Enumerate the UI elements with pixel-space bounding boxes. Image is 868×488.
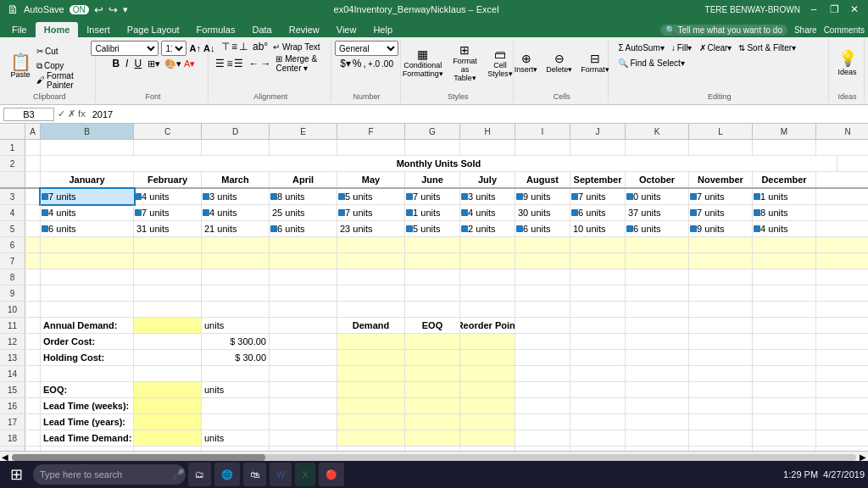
cell-i4[interactable]: 30 units (515, 205, 570, 220)
tab-help[interactable]: Help (364, 22, 401, 37)
close-btn[interactable]: ✕ (848, 3, 861, 16)
cell-a15[interactable] (25, 382, 41, 397)
cell-b6[interactable] (41, 237, 134, 252)
cell-h3[interactable]: 13 units (460, 189, 515, 204)
cell-i17[interactable] (515, 414, 570, 430)
find-select-btn[interactable]: 🔍 Find & Select▾ (615, 56, 687, 69)
cell-g4[interactable]: 11 units (405, 205, 460, 220)
align-right-btn[interactable]: ☰ (234, 58, 243, 69)
cell-c19-val[interactable]: 15 units (134, 446, 202, 451)
decimal-increase-btn[interactable]: +.0 (368, 59, 380, 69)
cell-m11[interactable] (753, 318, 816, 333)
cell-h17[interactable] (460, 414, 515, 430)
cell-d13-holding-amount[interactable]: $ 30.00 (202, 350, 270, 365)
cell-a2[interactable] (25, 156, 41, 171)
cell-b5[interactable]: 36 units (41, 221, 134, 236)
cell-e12[interactable] (270, 334, 337, 349)
cell-n11[interactable] (816, 318, 868, 333)
col-may[interactable]: May (337, 172, 405, 187)
cell-g7[interactable] (405, 253, 460, 269)
percent-btn[interactable]: % (353, 58, 362, 69)
col-june[interactable]: June (405, 172, 460, 187)
col-july[interactable]: July (460, 172, 515, 187)
cell-c17-val[interactable] (134, 414, 202, 430)
cell-a17[interactable] (25, 414, 41, 430)
cell-k6[interactable] (626, 237, 689, 252)
cell-h9[interactable] (460, 286, 515, 301)
col-september[interactable]: September (570, 172, 626, 187)
cell-b15-eoq[interactable]: EOQ: (41, 382, 134, 397)
cell-k1[interactable] (626, 140, 689, 155)
cell-e3[interactable]: 18 units (270, 189, 337, 204)
col-header-a[interactable]: A (25, 124, 41, 139)
align-bottom-btn[interactable]: ⊥ (239, 41, 248, 53)
search-tell-me[interactable]: 🔍 Tell me what you want to do (660, 25, 787, 36)
cell-e9[interactable] (270, 286, 337, 301)
cell-n14[interactable] (816, 366, 868, 381)
cell-a19[interactable] (25, 446, 41, 451)
cell-a1[interactable] (25, 140, 41, 155)
cell-i18[interactable] (515, 430, 570, 446)
cell-h12[interactable] (460, 334, 515, 349)
col-august[interactable]: August (515, 172, 570, 187)
cell-c6[interactable] (134, 237, 202, 252)
bold-btn[interactable]: B (110, 58, 121, 69)
cell-b4[interactable]: 24 units (41, 205, 134, 220)
cell-g10[interactable] (405, 302, 460, 317)
cell-g5[interactable]: 25 units (405, 221, 460, 236)
cell-g15[interactable] (405, 382, 460, 397)
delete-btn[interactable]: ⊖ Delete▾ (542, 41, 576, 85)
cell-j16[interactable] (570, 398, 626, 413)
cell-l14[interactable] (689, 366, 753, 381)
col-header-e[interactable]: E (270, 124, 337, 139)
cell-c3[interactable]: 44 units (134, 189, 202, 204)
cell-j13[interactable] (570, 350, 626, 365)
cell-k3[interactable]: 20 units (626, 189, 689, 204)
cell-d1[interactable] (202, 140, 270, 155)
col-header-k[interactable]: K (626, 124, 689, 139)
cut-btn[interactable]: ✂ Cut (34, 45, 90, 58)
cell-g13[interactable] (405, 350, 460, 365)
col-january[interactable]: January (41, 172, 134, 187)
cell-e19[interactable] (270, 446, 337, 451)
cell-e6[interactable] (270, 237, 337, 252)
cell-j10[interactable] (570, 302, 626, 317)
tab-page-layout[interactable]: Page Layout (119, 22, 188, 37)
cell-a5[interactable] (25, 221, 41, 236)
cell-n1[interactable] (816, 140, 868, 155)
cell-n3[interactable] (816, 189, 868, 204)
cell-f17[interactable] (337, 414, 405, 430)
cell-j7[interactable] (570, 253, 626, 269)
cell-f13[interactable] (337, 350, 405, 365)
align-center-btn[interactable]: ≡ (226, 58, 232, 69)
col-february[interactable]: February (134, 172, 202, 187)
cell-h4[interactable]: 14 units (460, 205, 515, 220)
col-header-d[interactable]: D (202, 124, 270, 139)
cell-e1[interactable] (270, 140, 337, 155)
col-header-i[interactable]: I (515, 124, 570, 139)
taskbar-excel[interactable]: X (295, 463, 314, 486)
cell-n7[interactable] (816, 253, 868, 269)
increase-font-btn[interactable]: A↑ (189, 43, 200, 53)
cell-j9[interactable] (570, 286, 626, 301)
tab-view[interactable]: View (328, 22, 365, 37)
cell-b16-lead-weeks[interactable]: Lead Time (weeks): (41, 398, 134, 413)
cell-c7[interactable] (134, 253, 202, 269)
cell-m17[interactable] (753, 414, 816, 430)
taskbar-edge[interactable]: 🌐 (214, 463, 240, 486)
col-header-c[interactable]: C (134, 124, 202, 139)
cell-l5[interactable]: 29 units (689, 221, 753, 236)
align-left-btn[interactable]: ☰ (215, 58, 225, 69)
cell-g11-eoq-hdr[interactable]: EOQ (405, 318, 460, 333)
cell-m18[interactable] (753, 430, 816, 446)
align-middle-btn[interactable]: ≡ (231, 41, 237, 53)
cell-n8[interactable] (816, 269, 868, 285)
cell-e11[interactable] (270, 318, 337, 333)
cell-h16[interactable] (460, 398, 515, 413)
cell-m10[interactable] (753, 302, 816, 317)
taskbar-file-explorer[interactable]: 🗂 (188, 463, 211, 486)
redo-btn[interactable]: ↪ (108, 3, 118, 16)
cell-g12[interactable] (405, 334, 460, 349)
cell-n10[interactable] (816, 302, 868, 317)
cell-m15[interactable] (753, 382, 816, 397)
